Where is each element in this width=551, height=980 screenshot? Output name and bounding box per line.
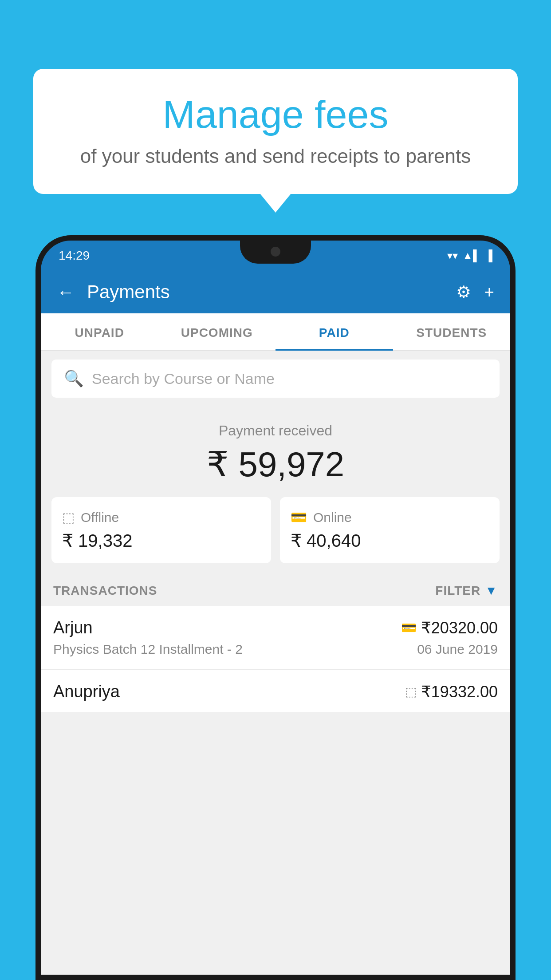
transaction-detail: Physics Batch 12 Installment - 2 [53,642,243,657]
payment-received-label: Payment received [50,423,501,439]
app-header: ← Payments ⚙ + [41,271,510,313]
notch [240,241,311,264]
status-icons: ▾▾ ▲▌ ▐ [447,249,492,262]
tab-students[interactable]: STUDENTS [393,313,511,350]
offline-card-header: ⬚ Offline [62,510,260,525]
search-input[interactable]: Search by Course or Name [92,370,275,387]
back-button[interactable]: ← [57,282,75,302]
transaction-name: Anupriya [53,682,120,701]
header-icons: ⚙ + [456,282,494,302]
transaction-amount-value: ₹19332.00 [421,683,498,701]
payment-total-amount: ₹ 59,972 [50,444,501,485]
offline-amount: ₹ 19,332 [62,530,260,551]
bubble-title: Manage fees [60,93,491,136]
search-icon: 🔍 [64,369,84,388]
add-icon[interactable]: + [484,283,494,302]
tab-unpaid[interactable]: UNPAID [41,313,158,350]
transaction-date: 06 June 2019 [417,642,498,657]
online-label: Online [313,510,352,525]
filter-icon: ▼ [485,584,498,598]
filter-label: FILTER [435,584,480,598]
transaction-amount: 💳 ₹20320.00 [401,619,498,637]
payment-cards: ⬚ Offline ₹ 19,332 💳 Online ₹ 40,640 [41,497,510,576]
cash-payment-icon: ⬚ [405,684,417,699]
settings-icon[interactable]: ⚙ [456,282,471,302]
transaction-amount-value: ₹20320.00 [421,619,498,637]
tab-upcoming[interactable]: UPCOMING [158,313,276,350]
offline-icon: ⬚ [62,510,75,525]
offline-payment-card: ⬚ Offline ₹ 19,332 [51,497,271,563]
transaction-row[interactable]: Anupriya ⬚ ₹19332.00 [41,670,510,712]
status-bar: 14:29 ▾▾ ▲▌ ▐ [41,241,510,271]
transactions-header: TRANSACTIONS FILTER ▼ [41,576,510,606]
transaction-row-bottom: Physics Batch 12 Installment - 2 06 June… [53,642,498,657]
offline-label: Offline [81,510,119,525]
signal-icon: ▲▌ [462,249,480,262]
tabs-bar: UNPAID UPCOMING PAID STUDENTS [41,313,510,351]
wifi-icon: ▾▾ [447,249,458,262]
speech-bubble-container: Manage fees of your students and send re… [33,69,518,194]
tab-paid[interactable]: PAID [276,313,393,350]
payment-summary: Payment received ₹ 59,972 [41,407,510,497]
notch-camera [271,247,280,257]
transaction-row-top: Arjun 💳 ₹20320.00 [53,618,498,637]
status-time: 14:29 [59,249,90,263]
card-payment-icon: 💳 [401,620,417,635]
app-content: 🔍 Search by Course or Name Payment recei… [41,351,510,980]
filter-button[interactable]: FILTER ▼ [435,584,498,598]
search-bar[interactable]: 🔍 Search by Course or Name [51,360,500,398]
phone-frame: 14:29 ▾▾ ▲▌ ▐ ← Payments ⚙ + UNPAID UPCO… [35,235,516,980]
transaction-row[interactable]: Arjun 💳 ₹20320.00 Physics Batch 12 Insta… [41,606,510,670]
online-card-header: 💳 Online [291,510,489,525]
speech-bubble: Manage fees of your students and send re… [33,69,518,194]
transaction-row-top: Anupriya ⬚ ₹19332.00 [53,682,498,701]
page-title: Payments [87,281,444,303]
transactions-label: TRANSACTIONS [53,584,157,598]
battery-icon: ▐ [485,249,492,262]
online-payment-card: 💳 Online ₹ 40,640 [280,497,500,563]
bubble-subtitle: of your students and send receipts to pa… [60,145,491,167]
online-icon: 💳 [291,510,307,525]
online-amount: ₹ 40,640 [291,530,489,551]
transaction-amount: ⬚ ₹19332.00 [405,683,498,701]
transaction-name: Arjun [53,618,93,637]
